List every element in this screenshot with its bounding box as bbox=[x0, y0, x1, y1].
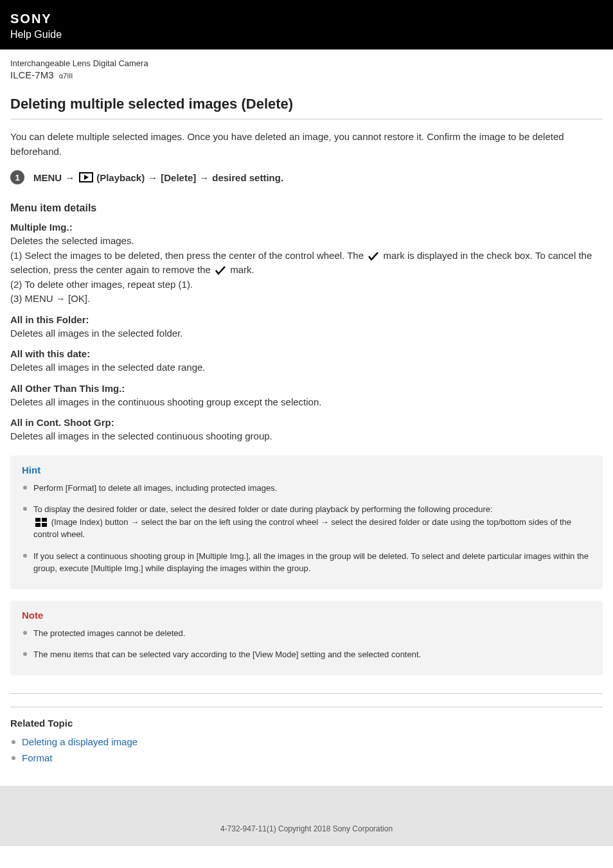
item-step3: (3) MENU → [OK]. bbox=[10, 293, 90, 304]
brand-logo: SONY bbox=[10, 12, 603, 26]
arrow-icon: → bbox=[65, 172, 75, 183]
related-link-item: Deleting a displayed image bbox=[10, 734, 603, 750]
svg-rect-4 bbox=[42, 523, 47, 527]
menu-item: All with this date: Deletes all images i… bbox=[10, 348, 603, 375]
menu-item: Multiple Img.: Deletes the selected imag… bbox=[10, 222, 603, 306]
item-title: All in Cont. Shoot Grp: bbox=[10, 417, 603, 428]
divider bbox=[10, 119, 603, 120]
note-item: The protected images cannot be deleted. bbox=[22, 627, 591, 640]
item-title: All Other Than This Img.: bbox=[10, 383, 603, 394]
details-heading: Menu item details bbox=[10, 202, 603, 214]
image-index-icon bbox=[35, 518, 47, 527]
checkmark-icon bbox=[215, 266, 226, 275]
menu-item: All in Cont. Shoot Grp: Deletes all imag… bbox=[10, 417, 603, 444]
arrow-icon: → bbox=[148, 172, 157, 183]
related-link-item: Format bbox=[10, 750, 603, 766]
related-title: Related Topic bbox=[10, 718, 603, 729]
hint-item: If you select a continuous shooting grou… bbox=[22, 550, 591, 575]
playback-icon bbox=[79, 172, 93, 182]
hint-post: (Image Index) button → select the bar on… bbox=[33, 517, 571, 540]
item-description: Deletes all images in the selected folde… bbox=[10, 326, 603, 341]
site-header: SONY Help Guide bbox=[0, 0, 613, 49]
svg-rect-3 bbox=[35, 523, 40, 527]
intro-text: You can delete multiple selected images.… bbox=[10, 130, 603, 159]
item-description: Deletes all images in the continuous sho… bbox=[10, 395, 603, 410]
item-step1a: (1) Select the images to be deleted, the… bbox=[10, 250, 366, 261]
step-instruction: MENU → (Playback) → [Delete] → desired s… bbox=[33, 172, 283, 183]
menu-item: All in this Folder: Deletes all images i… bbox=[10, 314, 603, 341]
checkmark-icon bbox=[368, 252, 378, 261]
guide-label: Help Guide bbox=[10, 29, 603, 40]
product-model: ILCE-7M3 α7III bbox=[10, 69, 603, 80]
step-number-badge: 1 bbox=[10, 170, 24, 184]
hint-pre: To display the desired folder or date, s… bbox=[33, 504, 493, 514]
hint-title: Hint bbox=[22, 465, 591, 475]
item-title: All in this Folder: bbox=[10, 314, 603, 325]
related-topics: Related Topic Deleting a displayed image… bbox=[10, 693, 603, 766]
copyright: 4-732-947-11(1) Copyright 2018 Sony Corp… bbox=[220, 824, 393, 833]
hint-callout: Hint Perform [Format] to delete all imag… bbox=[10, 456, 603, 589]
item-description: Deletes the selected images. (1) Select … bbox=[10, 234, 603, 306]
step-delete: [Delete] bbox=[161, 172, 196, 183]
hint-item: To display the desired folder or date, s… bbox=[22, 503, 591, 541]
item-title: Multiple Img.: bbox=[10, 222, 603, 233]
step-menu: MENU bbox=[33, 172, 62, 183]
page-title: Deleting multiple selected images (Delet… bbox=[10, 96, 603, 112]
step-playback: (Playback) bbox=[96, 172, 145, 183]
item-step1c: mark. bbox=[230, 264, 254, 275]
item-description: Deletes all images in the selected date … bbox=[10, 360, 603, 375]
svg-rect-2 bbox=[42, 518, 47, 522]
item-intro: Deletes the selected images. bbox=[10, 235, 134, 246]
item-title: All with this date: bbox=[10, 348, 603, 359]
menu-item: All Other Than This Img.: Deletes all im… bbox=[10, 383, 603, 410]
item-step2: (2) To delete other images, repeat step … bbox=[10, 279, 193, 290]
model-code: ILCE-7M3 bbox=[10, 69, 54, 80]
divider bbox=[10, 707, 603, 707]
step-setting: desired setting. bbox=[212, 172, 283, 183]
note-callout: Note The protected images cannot be dele… bbox=[10, 601, 603, 675]
step-row: 1 MENU → (Playback) → [Delete] → desired… bbox=[10, 170, 603, 184]
model-sub: α7III bbox=[59, 72, 73, 80]
arrow-icon: → bbox=[199, 172, 209, 183]
product-category: Interchangeable Lens Digital Camera bbox=[10, 58, 603, 68]
svg-rect-1 bbox=[35, 518, 40, 522]
footer: 4-732-947-11(1) Copyright 2018 Sony Corp… bbox=[0, 786, 613, 846]
hint-item: Perform [Format] to delete all images, i… bbox=[22, 482, 591, 495]
item-description: Deletes all images in the selected conti… bbox=[10, 429, 603, 444]
main-content: Interchangeable Lens Digital Camera ILCE… bbox=[0, 49, 613, 766]
related-link[interactable]: Deleting a displayed image bbox=[22, 736, 138, 747]
related-link[interactable]: Format bbox=[22, 752, 53, 763]
note-title: Note bbox=[22, 610, 591, 621]
note-item: The menu items that can be selected vary… bbox=[22, 648, 591, 661]
